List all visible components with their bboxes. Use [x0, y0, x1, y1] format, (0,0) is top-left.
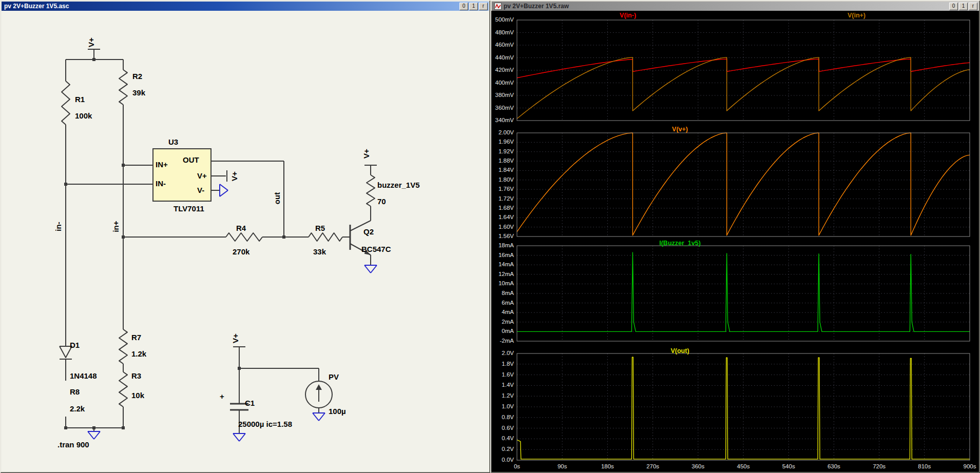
y-tick-label: 18mA [491, 242, 514, 248]
r3-symbol[interactable] [119, 372, 127, 407]
y-tick-label: 2.00V [491, 129, 514, 135]
y-tick-label: 400mV [491, 80, 514, 86]
trace-label-v-in[interactable]: V(in-) [577, 12, 679, 19]
y-tick-label: 2.0V [491, 350, 514, 356]
r7-value: 1.2k [131, 349, 146, 358]
y-tick-label: 16mA [491, 252, 514, 258]
close-button[interactable]: r [969, 3, 977, 10]
minimize-button[interactable]: 0 [459, 3, 468, 10]
pv-arrow-head [316, 384, 322, 390]
trace-label-i-buzzer-1v5[interactable]: I(Buzzer_1v5) [629, 240, 732, 247]
y-tick-label: 1.0V [491, 403, 514, 409]
node-dot [92, 58, 95, 61]
ground-symbol [313, 413, 319, 421]
y-tick-label: 0.8V [491, 414, 514, 420]
pin-v-minus-label: V- [197, 186, 204, 194]
y-tick-label: 460mV [491, 42, 514, 48]
y-tick-label: 480mV [491, 29, 514, 35]
r7-symbol[interactable] [119, 329, 127, 364]
y-tick-label: 1.4V [491, 382, 514, 388]
y-tick-label: 340mV [491, 117, 514, 123]
titlebar[interactable]: pv 2V+Buzzer 1V5.raw 0 1 r [492, 2, 978, 11]
x-tick-label: 810s [909, 463, 940, 469]
cap-plus-sign: + [220, 392, 224, 401]
vplus-top-label: V+ [87, 34, 95, 51]
node-dot [122, 426, 125, 429]
x-tick-label: 360s [683, 463, 714, 469]
node-dot [122, 235, 125, 239]
ground-symbol [88, 431, 94, 439]
maximize-button[interactable]: 1 [469, 3, 478, 10]
y-tick-label: 1.92V [491, 148, 514, 154]
y-tick-label: 1.8V [491, 361, 514, 367]
r2-value: 39k [132, 88, 145, 97]
net-in-minus-label: in- [54, 218, 63, 235]
r4-value: 270k [233, 247, 249, 256]
r3-value: 10k [131, 391, 144, 400]
y-tick-label: 1.80V [491, 176, 514, 183]
y-tick-label: 14mA [491, 261, 514, 267]
y-tick-label: 1.60V [491, 224, 514, 230]
r5-name: R5 [315, 224, 325, 232]
ground-symbol [364, 265, 371, 273]
y-tick-label: 1.96V [491, 139, 514, 145]
waveform-window-icon [494, 3, 502, 10]
maximize-button[interactable]: 1 [959, 3, 968, 10]
close-button[interactable]: r [479, 3, 488, 10]
y-tick-label: 0.6V [491, 425, 514, 431]
buzzer-symbol[interactable] [367, 175, 375, 206]
u3-part: TLV7011 [174, 204, 204, 213]
waveform-plot-area[interactable]: 500mV480mV460mV440mV420mV400mV380mV360mV… [491, 11, 979, 472]
r7-name: R7 [131, 333, 141, 342]
wave-pane-4[interactable] [517, 353, 970, 460]
trace-label-v-in[interactable]: V(in+) [805, 12, 908, 19]
net-in-plus-label: in+ [111, 218, 120, 235]
r2-name: R2 [132, 72, 142, 81]
y-tick-label: 4mA [491, 309, 514, 315]
trace-label-v-v[interactable]: V(v+) [629, 126, 732, 133]
r5-symbol[interactable] [309, 233, 342, 241]
node-dot [92, 426, 95, 429]
q2-name: Q2 [363, 227, 374, 236]
node-dot [64, 183, 67, 186]
trace-label-v-out[interactable]: V(out) [629, 347, 732, 354]
x-tick-label: 270s [638, 463, 668, 469]
pin-in-plus-label: IN+ [156, 160, 168, 169]
schematic-window: V+R1100kR239kin-in+U3TLV7011OUTIN+IN-V+V… [0, 0, 490, 473]
r8-name: R8 [70, 387, 80, 396]
x-tick-label: 630s [818, 463, 849, 469]
x-tick-label: 720s [864, 463, 895, 469]
ground-symbol [220, 190, 228, 196]
y-tick-label: 10mA [491, 280, 514, 286]
y-tick-label: 2mA [491, 319, 514, 325]
r2-symbol[interactable] [119, 70, 127, 105]
wave-pane-1[interactable] [517, 20, 970, 121]
q2-part: BC547C [361, 245, 391, 253]
wave-pane-3[interactable] [517, 246, 970, 341]
r4-symbol[interactable] [226, 233, 262, 241]
buzzer-value: 70 [377, 197, 386, 206]
pv-name: PV [329, 372, 339, 381]
node-dot [64, 426, 67, 429]
pin-v-plus-label: V+ [197, 171, 207, 180]
x-tick-label: 180s [592, 463, 623, 469]
r3-name: R3 [131, 371, 141, 380]
tran-directive: .tran 900 [57, 440, 89, 449]
x-tick-label: 0s [502, 463, 532, 469]
y-tick-label: 420mV [491, 67, 514, 73]
buzzer-name: buzzer_1V5 [377, 181, 420, 189]
window-controls: 0 1 r [459, 3, 488, 10]
y-tick-label: 440mV [491, 54, 514, 61]
r1-symbol[interactable] [62, 81, 70, 125]
minimize-button[interactable]: 0 [949, 3, 958, 10]
y-tick-label: 8mA [491, 290, 514, 296]
r1-value: 100k [75, 111, 92, 120]
y-tick-label: 1.2V [491, 392, 514, 399]
ground-symbol [239, 433, 245, 441]
wave-pane-2[interactable] [517, 133, 970, 236]
vplus-opamp-label: V+ [230, 168, 239, 185]
titlebar[interactable]: pv 2V+Buzzer 1V5.asc 0 1 r [2, 2, 489, 11]
y-tick-label: 1.6V [491, 371, 514, 378]
net-out-label: out [273, 190, 281, 207]
y-tick-label: 1.76V [491, 186, 514, 192]
